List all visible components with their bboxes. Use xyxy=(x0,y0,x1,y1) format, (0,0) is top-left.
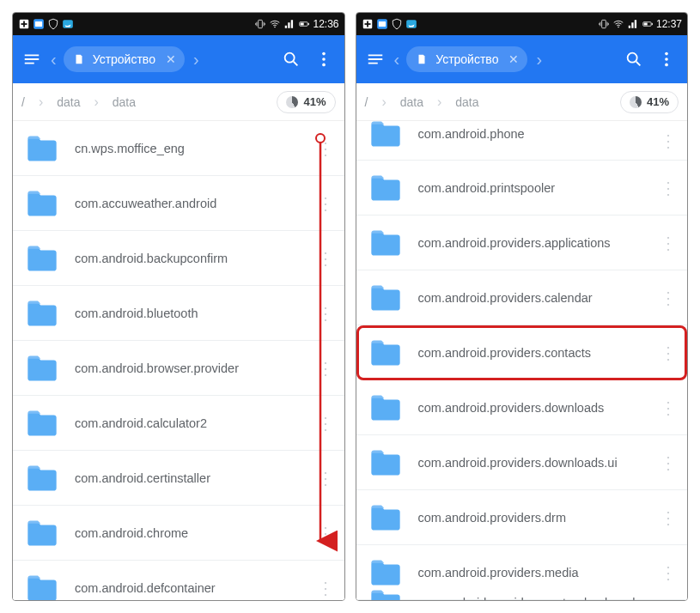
row-more-icon[interactable]: ⋮ xyxy=(653,507,675,528)
status-time: 12:36 xyxy=(313,18,338,30)
folder-row[interactable]: com.android.bluetooth⋮ xyxy=(13,286,344,341)
status-time: 12:37 xyxy=(656,18,682,30)
folder-name: com.android.providers.contacts xyxy=(418,346,654,360)
vibrate-icon xyxy=(254,18,266,30)
row-more-icon[interactable]: ⋮ xyxy=(653,288,675,308)
row-more-icon[interactable]: ⋮ xyxy=(653,398,675,418)
row-more-icon[interactable]: ⋮ xyxy=(653,130,675,151)
svg-rect-21 xyxy=(378,21,385,27)
storage-badge[interactable]: 41% xyxy=(277,91,335,113)
whale-icon xyxy=(405,18,417,30)
sd-card-icon xyxy=(415,53,429,65)
folder-list[interactable]: cn.wps.moffice_eng⋮com.accuweather.andro… xyxy=(13,121,344,600)
folder-icon xyxy=(368,121,403,151)
more-button[interactable] xyxy=(310,50,338,69)
row-more-icon[interactable]: ⋮ xyxy=(653,343,675,363)
folder-row[interactable]: com.android.browser.provider⋮ xyxy=(13,341,344,396)
folder-row[interactable]: com.android.calculator2⋮ xyxy=(13,396,344,451)
folder-icon xyxy=(25,406,59,440)
chevron-right-icon: › xyxy=(83,94,108,110)
menu-button[interactable] xyxy=(20,50,44,69)
crumb-root[interactable]: / xyxy=(21,95,25,109)
folder-name: com.android.printspooler xyxy=(418,181,654,195)
crumb-root[interactable]: / xyxy=(365,95,368,109)
battery-icon xyxy=(298,18,310,30)
svg-rect-23 xyxy=(602,20,606,27)
storage-badge[interactable]: 41% xyxy=(620,91,679,113)
row-more-icon[interactable]: ⋮ xyxy=(310,303,332,324)
folder-icon xyxy=(25,186,59,221)
row-more-icon[interactable]: ⋮ xyxy=(653,178,675,198)
folder-row[interactable]: com.android.providers.drm⋮ xyxy=(356,490,688,545)
row-more-icon[interactable]: ⋮ xyxy=(653,562,675,583)
row-more-icon[interactable]: ⋮ xyxy=(310,413,332,434)
folder-icon xyxy=(368,555,403,590)
folder-name: com.android.providers.downloads xyxy=(418,401,654,415)
svg-point-14 xyxy=(322,64,326,67)
crumb-seg[interactable]: data xyxy=(400,95,423,109)
svg-rect-27 xyxy=(644,23,648,26)
search-button[interactable] xyxy=(620,50,648,69)
whale-icon xyxy=(62,18,74,30)
row-more-icon[interactable]: ⋮ xyxy=(310,468,332,489)
folder-icon xyxy=(25,131,59,166)
signal-icon xyxy=(283,18,295,30)
folder-row[interactable]: com.accuweather.android⋮ xyxy=(13,176,344,231)
tab-chip[interactable]: Устройство ✕ xyxy=(64,46,185,72)
row-more-icon[interactable]: ⋮ xyxy=(310,193,332,214)
folder-icon xyxy=(25,241,59,276)
folder-icon xyxy=(368,501,403,535)
folder-icon xyxy=(25,351,59,385)
folder-row[interactable]: com.android.certinstaller⋮ xyxy=(13,451,344,506)
crumb-seg[interactable]: data xyxy=(57,95,80,109)
tab-close-icon[interactable]: ✕ xyxy=(505,52,522,66)
svg-point-31 xyxy=(665,64,668,67)
toolbar: ‹ Устройство ✕ › xyxy=(13,35,344,83)
row-more-icon[interactable]: ⋮ xyxy=(310,523,332,543)
row-more-icon[interactable]: ⋮ xyxy=(653,233,675,253)
es-app-icon xyxy=(376,18,388,30)
tab-next-icon[interactable]: › xyxy=(190,50,203,70)
storage-percent: 41% xyxy=(303,95,326,108)
more-button[interactable] xyxy=(653,50,680,69)
folder-list[interactable]: com.android.phone⋮com.android.printspool… xyxy=(356,121,688,600)
row-more-icon[interactable]: ⋮ xyxy=(310,248,332,269)
folder-name: com.android.bluetooth xyxy=(75,306,310,320)
crumb-seg[interactable]: data xyxy=(113,95,136,109)
folder-row[interactable]: com.android.chrome⋮ xyxy=(13,506,344,561)
signal-icon xyxy=(627,18,639,30)
search-button[interactable] xyxy=(277,50,305,69)
folder-row[interactable]: cn.wps.moffice_eng⋮ xyxy=(13,121,344,176)
status-bar: 12:37 xyxy=(356,13,688,35)
tab-prev-icon[interactable]: ‹ xyxy=(393,50,402,70)
svg-point-12 xyxy=(322,52,326,56)
folder-row[interactable]: com.android.providers.media⋮ xyxy=(356,545,688,600)
row-more-icon[interactable]: ⋮ xyxy=(310,358,332,379)
tab-close-icon[interactable]: ✕ xyxy=(162,52,180,66)
row-more-icon[interactable]: ⋮ xyxy=(310,138,332,159)
crumb-seg[interactable]: data xyxy=(455,95,478,109)
folder-name: com.android.browser.provider xyxy=(75,361,310,375)
folder-name: com.android.calculator2 xyxy=(75,416,310,430)
folder-row[interactable]: com.android.phone⋮ xyxy=(356,121,688,161)
folder-row[interactable]: com.android.providers.calendar⋮ xyxy=(356,270,688,325)
folder-row[interactable]: com.android.providers.contacts⋮ xyxy=(356,325,688,380)
menu-button[interactable] xyxy=(363,50,387,69)
status-bar: 12:36 xyxy=(13,13,344,35)
tab-next-icon[interactable]: › xyxy=(533,50,545,70)
folder-row[interactable]: com.android.providers.downloads.ui⋮ xyxy=(356,435,688,490)
tab-prev-icon[interactable]: ‹ xyxy=(49,50,58,70)
row-more-icon[interactable]: ⋮ xyxy=(653,452,675,473)
svg-point-7 xyxy=(275,27,277,28)
folder-row[interactable]: com.android.providers.downloads⋮ xyxy=(356,380,688,435)
storage-percent: 41% xyxy=(647,95,669,108)
row-more-icon[interactable]: ⋮ xyxy=(310,578,332,598)
folder-row[interactable]: com.android.printspooler⋮ xyxy=(356,161,688,215)
folder-row[interactable]: com.android.defcontainer⋮ xyxy=(13,561,344,600)
folder-name: com.android.providers.calendar xyxy=(418,291,654,305)
svg-rect-26 xyxy=(652,23,653,25)
left-screenshot: 12:36 ‹ Устройство ✕ › / › data › data 4… xyxy=(12,12,345,601)
folder-row[interactable]: com.android.providers.applications⋮ xyxy=(356,215,688,270)
tab-chip[interactable]: Устройство ✕ xyxy=(406,46,527,72)
folder-row[interactable]: com.android.backupconfirm⋮ xyxy=(13,231,344,286)
